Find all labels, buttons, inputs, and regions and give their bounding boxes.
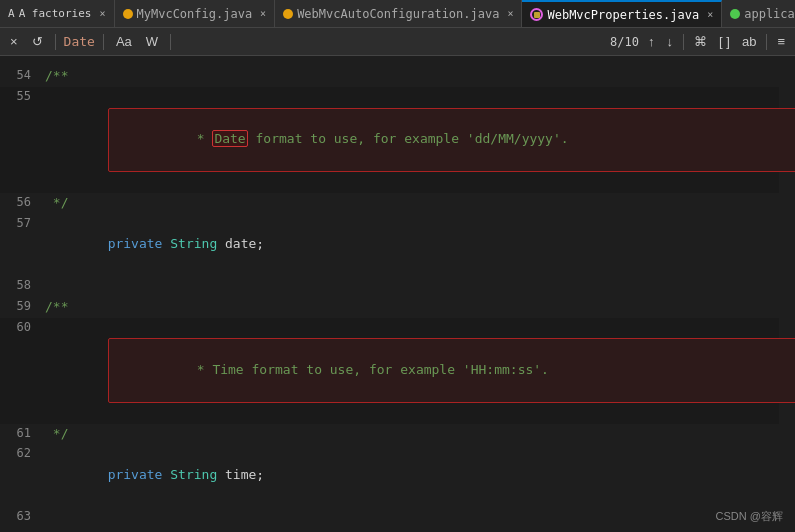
line-57: 57 private String date;: [0, 214, 779, 276]
line-content-56: */: [45, 193, 779, 214]
toolbar-separator-3: [170, 34, 171, 50]
line-61: 61 */: [0, 424, 779, 445]
toolbar-separator-2: [103, 34, 104, 50]
tab-webmvcprop-label: WebMvcProperties.java: [547, 8, 699, 22]
refresh-button[interactable]: ↺: [28, 32, 47, 51]
prop-icon-appprop: [730, 9, 740, 19]
factories-icon: A: [8, 7, 15, 20]
code-content: 54 /** 55 * Date format to use, for exam…: [0, 56, 795, 532]
line-num-58: 58: [0, 276, 45, 297]
line-60: 60 * Time format to use, for example 'HH…: [0, 318, 779, 424]
line-58: 58: [0, 276, 779, 297]
toolbar-right: 8/10 ↑ ↓ ⌘ [ ] ab ≡: [610, 32, 789, 51]
line-num-62: 62: [0, 444, 45, 506]
toolbar-separator-4: [683, 34, 684, 50]
line-content-61: */: [45, 424, 779, 445]
line-63: 63: [0, 507, 779, 528]
code-editor: 54 /** 55 * Date format to use, for exam…: [0, 56, 795, 532]
search-term-display: Date: [64, 34, 95, 49]
tab-webmvcauto-label: WebMvcAutoConfiguration.java: [297, 7, 499, 21]
toolbar-separator-5: [766, 34, 767, 50]
line-num-64: 64: [0, 528, 45, 532]
tab-webmvcprop-close[interactable]: ×: [707, 9, 713, 20]
line-num-61: 61: [0, 424, 45, 445]
watermark-text: CSDN @容辉: [716, 509, 783, 524]
tab-mymvc-close[interactable]: ×: [260, 8, 266, 19]
line-content-59: /**: [45, 297, 779, 318]
line-content-64: /**: [45, 528, 779, 532]
wrap-button[interactable]: ⌘: [690, 32, 711, 51]
whole-word-button[interactable]: W: [142, 32, 162, 51]
line-content-54: /**: [45, 66, 779, 87]
line-num-55: 55: [0, 87, 45, 193]
line-64: 64 /**: [0, 528, 779, 532]
preserve-case-button[interactable]: ab: [738, 32, 760, 51]
tab-factories[interactable]: A A factories ×: [0, 0, 115, 27]
line-num-63: 63: [0, 507, 45, 528]
next-match-button[interactable]: ↓: [663, 32, 678, 51]
tab-webmvcprop[interactable]: WebMvcProperties.java ×: [522, 0, 722, 27]
line-content-63: [45, 507, 779, 528]
in-selection-button[interactable]: [ ]: [715, 32, 734, 51]
java-icon-webmvcauto: [283, 9, 293, 19]
tab-factories-label: A factories: [19, 7, 92, 20]
tab-mymvc[interactable]: MyMvcConfig.java ×: [115, 0, 276, 27]
line-54: 54 /**: [0, 66, 779, 87]
toolbar-separator-1: [55, 34, 56, 50]
line-content-60: * Time format to use, for example 'HH:mm…: [45, 318, 779, 424]
line-num-60: 60: [0, 318, 45, 424]
line-num-54: 54: [0, 66, 45, 87]
filter-button[interactable]: ≡: [773, 32, 789, 51]
tab-factories-close[interactable]: ×: [99, 8, 105, 19]
tab-mymvc-label: MyMvcConfig.java: [137, 7, 253, 21]
search-toolbar: × ↺ Date Aa W 8/10 ↑ ↓ ⌘ [ ] ab ≡: [0, 28, 795, 56]
line-num-57: 57: [0, 214, 45, 276]
line-content-55: * Date format to use, for example 'dd/MM…: [45, 87, 779, 193]
tab-bar: A A factories × MyMvcConfig.java × WebMv…: [0, 0, 795, 28]
tab-appprop[interactable]: application.properties ×: [722, 0, 795, 27]
match-count: 8/10: [610, 35, 640, 49]
prev-match-button[interactable]: ↑: [644, 32, 659, 51]
java-icon-mymvc: [123, 9, 133, 19]
line-59: 59 /**: [0, 297, 779, 318]
line-num-59: 59: [0, 297, 45, 318]
line-content-58: [45, 276, 779, 297]
line-num-56: 56: [0, 193, 45, 214]
line-content-57: private String date;: [45, 214, 779, 276]
line-62: 62 private String time;: [0, 444, 779, 506]
close-search-button[interactable]: ×: [6, 32, 22, 51]
tab-webmvcauto[interactable]: WebMvcAutoConfiguration.java ×: [275, 0, 522, 27]
java-circle-icon-webmvcprop: [530, 8, 543, 21]
line-56: 56 */: [0, 193, 779, 214]
line-content-62: private String time;: [45, 444, 779, 506]
tab-webmvcauto-close[interactable]: ×: [507, 8, 513, 19]
line-55: 55 * Date format to use, for example 'dd…: [0, 87, 779, 193]
tab-appprop-label: application.properties: [744, 7, 795, 21]
match-case-button[interactable]: Aa: [112, 32, 136, 51]
